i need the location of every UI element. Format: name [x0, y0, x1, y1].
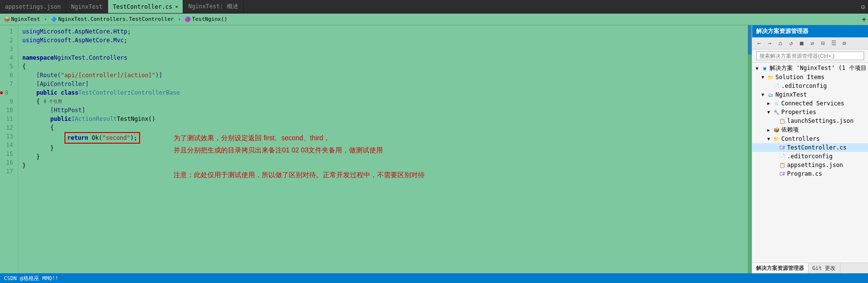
solution-root[interactable]: ▼ ▣ 解决方案 'NginxTest' (1 个项目，共 1 个) [752, 64, 868, 73]
code-line-9: { 0 个引用 [22, 97, 744, 106]
line-num-5: 5 [0, 62, 16, 71]
tab-testcontroller-label: TestController.cs [113, 3, 173, 10]
main-area: 1 2 3 4 5 6 7 ●8 9 10 11 12 13 14 15 16 … [0, 25, 868, 273]
add-tab-button[interactable]: + [862, 16, 866, 23]
properties-icon: 🔧 [773, 108, 780, 116]
stop-button[interactable]: ■ [797, 38, 806, 48]
sidebar-item-program[interactable]: C# Program.cs [752, 169, 868, 178]
scrollbar-thumb[interactable] [748, 25, 752, 54]
code-line-11: public IActionResult TestNginx() [22, 115, 744, 123]
chevron-down-icon3: ▼ [760, 92, 766, 97]
chevron-down-icon4: ▼ [766, 110, 772, 115]
cs-file-icon2: C# [778, 170, 786, 178]
tab-nginxtest2-label: NginxTest: 概述 [188, 2, 238, 11]
sidebar-item-nginxtest[interactable]: ▼ 🗂 NginxTest [752, 90, 868, 99]
project-icon: 📦 [4, 17, 10, 22]
sidebar-item-editorconfig1[interactable]: 📄 .editorconfig [752, 82, 868, 90]
breadcrumb-method[interactable]: 🟣 TestNginx() [183, 16, 229, 22]
tab-nginxtest2[interactable]: NginxTest: 概述 [183, 0, 243, 13]
home-button[interactable]: ⌂ [775, 38, 785, 48]
code-content[interactable]: using Microsoft.AspNetCore.Http; using M… [18, 25, 748, 273]
solution-explorer-header: 解决方案资源管理器 [752, 25, 868, 37]
solution-toolbar: ← → ⌂ ↺ ■ ⇄ ⊟ ☰ ⚙ [752, 37, 868, 50]
code-line-1: using Microsoft.AspNetCore.Http; [22, 27, 744, 36]
breadcrumb-class[interactable]: 🔷 NginxTest.Controllers.TestController [49, 16, 175, 22]
solution-search [752, 50, 868, 63]
sidebar-item-solution-items[interactable]: ▼ 📁 Solution Items [752, 73, 868, 82]
solution-footer: 解决方案资源管理器 Git 更改 [752, 263, 868, 273]
tab-appsettings-label: appsettings.json [5, 3, 61, 10]
code-line-8: public class TestController : Controller… [22, 88, 744, 97]
folder-icon: 📁 [767, 73, 774, 81]
sidebar-item-appsettings[interactable]: 📋 appsettings.json [752, 161, 868, 169]
method-icon: 🟣 [185, 17, 190, 22]
annotation-spacer [174, 156, 425, 168]
sidebar-item-launchsettings[interactable]: 📋 launchSettings.json [752, 117, 868, 125]
chevron-down-icon: ▼ [754, 66, 760, 71]
line-num-9: 9 [0, 97, 16, 106]
tab-solution-explorer[interactable]: 解决方案资源管理器 [752, 263, 808, 273]
settings-icon[interactable]: ⚙ [858, 3, 868, 11]
editor-scrollbar[interactable] [748, 25, 752, 273]
refresh-button[interactable]: ↺ [786, 38, 796, 48]
tab-nginxtest[interactable]: NginxTest [66, 0, 108, 13]
connected-icon: ⚙ [773, 100, 780, 107]
line-num-8: ●8 [0, 88, 16, 97]
breadcrumb: 📦 NginxTest › 🔷 NginxTest.Controllers.Te… [0, 14, 868, 25]
sidebar-item-properties[interactable]: ▼ 🔧 Properties [752, 108, 868, 117]
status-bar: CSDN @格格巫 MMQ!! [0, 273, 868, 283]
sidebar-item-testcontroller[interactable]: C# TestController.cs [752, 143, 868, 152]
line-num-3: 3 [0, 45, 16, 53]
cs-file-icon: C# [778, 144, 786, 151]
tab-bar: appsettings.json NginxTest TestControlle… [0, 0, 868, 14]
tab-git[interactable]: Git 更改 [808, 263, 840, 273]
code-line-6: [Route("api/[controller]/[action]")] [22, 71, 744, 80]
status-text: CSDN @格格巫 MMQ!! [4, 275, 58, 282]
line-num-2: 2 [0, 36, 16, 45]
code-line-10: [HttpPost] [22, 106, 744, 115]
chevron-right-icon: ▶ [766, 101, 772, 106]
collapse-button[interactable]: ⊟ [818, 38, 828, 48]
filter-button[interactable]: ☰ [829, 38, 838, 48]
line-num-13: 13 [0, 132, 16, 141]
json-file-icon2: 📋 [778, 161, 786, 169]
close-icon[interactable]: ✕ [175, 4, 178, 9]
breakpoint-icon: ● [0, 88, 3, 97]
line-num-4: 4 [0, 53, 16, 62]
sidebar-item-dependencies[interactable]: ▶ 📦 依赖项 [752, 125, 868, 134]
chevron-down-icon5: ▼ [766, 136, 772, 141]
code-editor[interactable]: 1 2 3 4 5 6 7 ●8 9 10 11 12 13 14 15 16 … [0, 25, 752, 273]
chevron-down-icon2: ▼ [760, 75, 766, 80]
annotation-overlay: 为了测试效果，分别设定返回 first、second、third， 并且分别把生… [174, 132, 425, 181]
code-line-3 [22, 45, 744, 53]
class-icon: 🔷 [51, 17, 57, 22]
forward-button[interactable]: → [765, 38, 774, 48]
breadcrumb-sep2: › [178, 16, 181, 22]
line-num-7: 7 [0, 80, 16, 88]
breadcrumb-sep1: › [44, 16, 47, 22]
solution-search-input[interactable] [756, 51, 864, 60]
settings2-button[interactable]: ⚙ [839, 38, 849, 48]
line-num-14: 14 [0, 141, 16, 150]
config-file-icon: 📄 [773, 82, 780, 90]
line-num-1: 1 [0, 27, 16, 36]
line-num-16: 16 [0, 158, 16, 167]
annotation-line2: 并且分别把生成的目录拷贝出来备注01 02 03文件夹备用，做测试使用 [174, 144, 425, 156]
code-line-12: { [22, 123, 744, 132]
breadcrumb-project[interactable]: 📦 NginxTest [2, 16, 42, 22]
chevron-right-icon2: ▶ [766, 128, 772, 133]
annotation-line4: 注意：此处仅用于测试使用，所以做了区别对待。正常开发过程中，不需要区别对待 [174, 169, 425, 181]
sidebar-item-controllers[interactable]: ▼ 📁 Controllers [752, 134, 868, 143]
back-button[interactable]: ← [754, 38, 764, 48]
project-icon: 🗂 [767, 91, 774, 99]
solution-icon: ▣ [761, 65, 769, 72]
code-line-2: using Microsoft.AspNetCore.Mvc; [22, 36, 744, 45]
sidebar-item-editorconfig2[interactable]: 📄 .editorconfig [752, 152, 868, 161]
tab-appsettings[interactable]: appsettings.json [0, 0, 66, 13]
tab-testcontroller[interactable]: TestController.cs ✕ [108, 0, 184, 13]
line-num-12: 12 [0, 123, 16, 132]
config-file-icon2: 📄 [778, 152, 786, 160]
sync-button[interactable]: ⇄ [807, 38, 817, 48]
sidebar-item-connected-services[interactable]: ▶ ⚙ Connected Services [752, 99, 868, 108]
solution-explorer-panel: 解决方案资源管理器 ← → ⌂ ↺ ■ ⇄ ⊟ ☰ ⚙ ▼ ▣ 解决方案 'Ng… [752, 25, 868, 273]
